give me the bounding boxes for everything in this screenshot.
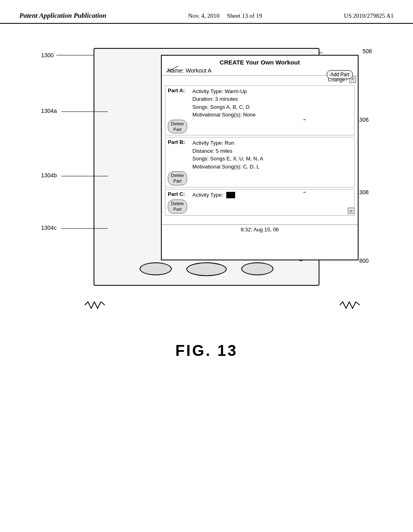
zigzag-left [85, 300, 105, 310]
oval-button-3[interactable] [241, 262, 273, 275]
part-b-delete-wrap: DeletePart [168, 171, 352, 185]
scroll-down-button[interactable]: v [348, 208, 355, 214]
part-a-delete-wrap: DeletePart [168, 120, 352, 134]
main-content: 1300 508 1302 1304a 1304b 1304c 1306 130… [0, 24, 413, 368]
part-c-header: Part C: Activity Type: [168, 191, 352, 199]
part-a-line-1: Activity Type: Warm-Up [192, 87, 352, 96]
part-c-line-1: Activity Type: [192, 191, 352, 199]
publication-date: Nov. 4, 2010 [188, 12, 219, 19]
diagram-area: 1300 508 1302 1304a 1304b 1304c 1306 130… [41, 44, 372, 326]
part-a-header: Part A: Activity Type: Warm-Up Duration:… [168, 87, 352, 119]
part-b-line-4: Motivational Song(s): C, D, L [192, 163, 352, 171]
oval-button-1[interactable] [140, 262, 172, 275]
part-c-section: Part C: Activity Type: DeletePart [165, 189, 355, 216]
page-header: Patent Application Publication Nov. 4, 2… [0, 0, 413, 24]
oval-button-2[interactable] [186, 262, 227, 276]
ref-800: 800 [359, 258, 369, 264]
ref-1304c: 1304c [41, 224, 56, 231]
ref-508: 508 [363, 48, 372, 54]
part-b-line-3: Songs: Songs E, X, U, M, N, A [192, 155, 352, 163]
ref-1304b: 1304b [41, 172, 57, 179]
header-center: Nov. 4, 2010 Sheet 13 of 19 [188, 11, 262, 21]
part-a-delete-button[interactable]: DeletePart [168, 120, 187, 134]
part-c-label: Part C: [168, 191, 190, 197]
part-a-line-4: Motivational Song(s): None [192, 111, 352, 119]
name-value: Workout A [186, 67, 211, 74]
status-bar: 8:32; Aug 15, 06 [162, 224, 358, 234]
part-b-line-1: Activity Type: Run [192, 139, 352, 147]
name-row: Name: Workout A [162, 67, 358, 75]
sheet-info: Sheet 13 of 19 [227, 12, 262, 19]
activity-type-cursor [226, 192, 235, 198]
zigzag-right [340, 300, 360, 310]
part-b-delete-button[interactable]: DeletePart [168, 171, 187, 185]
ref-1304a: 1304a [41, 108, 57, 114]
part-a-section: Part A: Activity Type: Warm-Up Duration:… [165, 85, 355, 136]
part-b-line-2: Distance: 5 miles [192, 147, 352, 155]
fig-label: FIG. 13 [0, 342, 413, 360]
part-b-section: Part B: Activity Type: Run Distance: 5 m… [165, 137, 355, 187]
part-c-delete-wrap: DeletePart [168, 200, 352, 214]
part-a-line-3: Songs: Songs A, B, C, D [192, 103, 352, 111]
part-c-delete-button[interactable]: DeletePart [168, 200, 187, 214]
part-a-line-2: Duration: 3 minutes [192, 95, 352, 103]
name-label: Name: [167, 67, 184, 74]
ref-1300: 1300 [41, 52, 54, 58]
device-outer: CREATE Your Own Workout Add Part Name: W… [94, 48, 319, 286]
screen-title: CREATE Your Own Workout [162, 56, 358, 67]
part-a-label: Part A: [168, 87, 190, 94]
part-b-header: Part B: Activity Type: Run Distance: 5 m… [168, 139, 352, 170]
part-c-details: Activity Type: [192, 191, 352, 199]
part-b-details: Activity Type: Run Distance: 5 miles Son… [192, 139, 352, 170]
device-screen: CREATE Your Own Workout Add Part Name: W… [161, 55, 359, 260]
part-a-details: Activity Type: Warm-Up Duration: 3 minut… [192, 87, 352, 119]
part-b-label: Part B: [168, 139, 190, 145]
publication-title: Patent Application Publication [19, 11, 106, 20]
bottom-buttons [94, 258, 319, 280]
patent-number: US 2010/279825 A1 [344, 11, 394, 21]
